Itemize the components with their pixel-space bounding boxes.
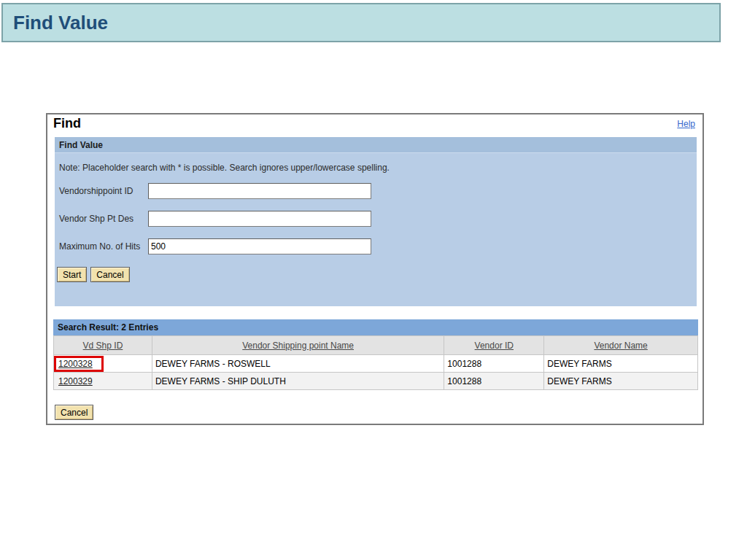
start-button[interactable]: Start <box>57 267 87 282</box>
page-title: Find Value <box>3 12 108 34</box>
maximum-hits-input[interactable] <box>148 238 371 254</box>
vendor-shp-pt-des-label: Vendor Shp Pt Des <box>59 214 148 224</box>
table-row-1200329: 1200329 DEWEY FARMS - SHIP DULUTH 100128… <box>54 373 698 390</box>
form-cancel-button[interactable]: Cancel <box>90 267 129 282</box>
panel-body: Note: Placeholder search with * is possi… <box>55 153 697 306</box>
search-result-header: Search Result: 2 Entries <box>53 319 698 335</box>
table-header-row: Vd Shp ID Vendor Shipping point Name Ven… <box>54 336 698 355</box>
vd-shp-id-link-1200329[interactable]: 1200329 <box>58 376 93 386</box>
vd-shp-id-link-1200328[interactable]: 1200328 <box>58 359 93 369</box>
panel-header: Find Value <box>55 137 697 153</box>
form-row-vendor-shp-pt-des: Vendor Shp Pt Des <box>59 210 371 227</box>
column-header-vendor-id[interactable]: Vendor ID <box>475 341 514 351</box>
column-header-shipping-point-name[interactable]: Vendor Shipping point Name <box>242 341 354 351</box>
dialog-title: Find <box>53 116 81 131</box>
search-note: Note: Placeholder search with * is possi… <box>59 163 390 173</box>
column-header-vendor-name[interactable]: Vendor Name <box>594 341 647 351</box>
vendorshippoint-id-input[interactable] <box>148 183 371 199</box>
table-row-1200328: 1200328 DEWEY FARMS - ROSWELL 1001288 DE… <box>54 355 698 373</box>
red-highlight-box: 1200328 <box>54 356 104 372</box>
column-header-vd-shp-id[interactable]: Vd Shp ID <box>83 341 123 351</box>
bottom-cancel-button[interactable]: Cancel <box>55 405 93 420</box>
form-button-row: Start Cancel <box>57 267 130 282</box>
vendorshippoint-id-label: Vendorshippoint ID <box>59 186 148 196</box>
cell-vendor-name: DEWEY FARMS <box>544 373 698 390</box>
vendor-shp-pt-des-input[interactable] <box>148 211 371 227</box>
slide-title-bar: Find Value <box>1 3 721 42</box>
cell-shipping-point-name: DEWEY FARMS - ROSWELL <box>152 355 444 373</box>
maximum-hits-label: Maximum No. of Hits <box>59 241 148 252</box>
find-dialog: Find Help Find Value Note: Placeholder s… <box>46 113 704 425</box>
cell-vendor-name: DEWEY FARMS <box>544 355 698 373</box>
cell-vendor-id: 1001288 <box>444 373 544 390</box>
help-link[interactable]: Help <box>677 119 695 129</box>
form-row-maximum-hits: Maximum No. of Hits <box>59 238 371 254</box>
find-value-panel: Find Value Note: Placeholder search with… <box>55 137 697 307</box>
cell-vendor-id: 1001288 <box>444 355 544 373</box>
form-row-vendorshippoint-id: Vendorshippoint ID <box>59 182 371 199</box>
cell-shipping-point-name: DEWEY FARMS - SHIP DULUTH <box>152 373 444 390</box>
results-table: Vd Shp ID Vendor Shipping point Name Ven… <box>53 335 698 390</box>
